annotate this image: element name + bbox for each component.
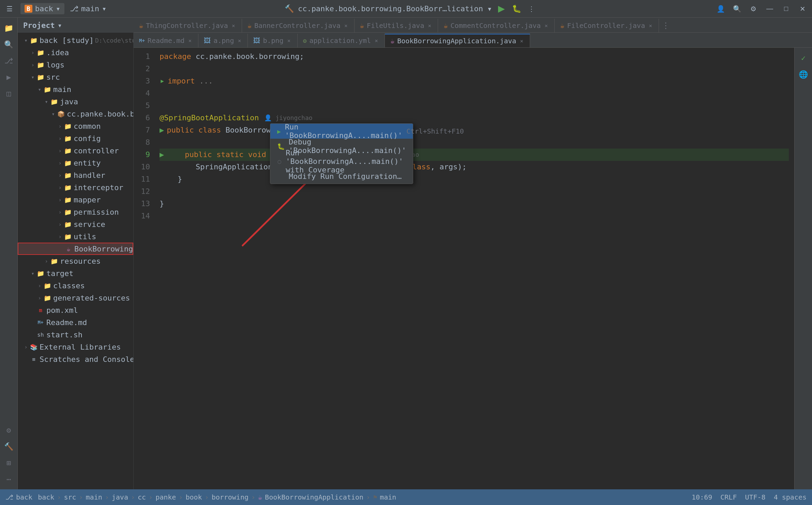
tree-item-entity[interactable]: › 📁 entity xyxy=(18,157,133,169)
tree-item-service[interactable]: › 📁 service xyxy=(18,218,133,230)
tree-label: java xyxy=(60,97,78,106)
tab-overflow-button[interactable]: ⋮ xyxy=(659,19,673,32)
status-right: 10:69 CRLF UTF-8 4 spaces xyxy=(692,493,807,501)
tree-item-controller[interactable]: › 📁 controller xyxy=(18,144,133,157)
minimize-button[interactable]: — xyxy=(764,3,775,14)
tree-item-target[interactable]: ▾ 📁 target xyxy=(18,267,133,279)
tab-close-icon[interactable]: × xyxy=(187,38,193,43)
indent-type[interactable]: 4 spaces xyxy=(774,493,807,501)
tab-close-icon[interactable]: × xyxy=(427,23,432,28)
activity-icon-more[interactable]: ⋯ xyxy=(1,472,16,487)
close-button[interactable]: ✕ xyxy=(797,3,808,14)
context-menu-item-run-cov[interactable]: ◌ Run 'BookBorrowingA....main()' with Co… xyxy=(270,154,413,169)
activity-icon-find[interactable]: 🔍 xyxy=(1,37,16,52)
tab-close-icon[interactable]: × xyxy=(237,38,242,43)
run-gutter-3: ▶ xyxy=(160,78,165,84)
tree-item-classes[interactable]: › 📁 classes xyxy=(18,279,133,292)
folder-icon: 📁 xyxy=(64,135,72,142)
tab-b-png[interactable]: 🖼 b.png × xyxy=(248,34,297,47)
tab-a-png[interactable]: 🖼 a.png × xyxy=(198,34,248,47)
editor-area: ☕ ThingController.java × ☕ BannerControl… xyxy=(134,18,812,489)
tab-ThingController[interactable]: ☕ ThingController.java × xyxy=(134,19,242,32)
tab-close-icon[interactable]: × xyxy=(519,38,524,44)
tab-close-icon[interactable]: × xyxy=(343,23,349,28)
world-icon[interactable]: 🌐 xyxy=(796,67,811,82)
activity-icon-run[interactable]: ▶ xyxy=(1,70,16,85)
tree-arrow: › xyxy=(37,295,42,301)
tab-BannerController[interactable]: ☕ BannerController.java × xyxy=(242,19,355,32)
tab-application-yml[interactable]: ⚙ application.yml × xyxy=(298,34,385,47)
tree-item-readme[interactable]: › M+ Readme.md xyxy=(18,316,133,328)
tree-item-idea[interactable]: › 📁 .idea xyxy=(18,46,133,59)
code-area[interactable]: package cc.panke.book.borrowing; ▶ impor… xyxy=(154,48,794,489)
activity-icon-terminal[interactable]: ⊞ xyxy=(1,455,16,470)
profile-button[interactable]: 👤 xyxy=(715,3,726,14)
code-line-12 xyxy=(160,185,789,198)
run-gutter-7[interactable]: ▶ xyxy=(160,124,164,136)
breadcrumb-class: BookBorrowingApplication xyxy=(265,493,363,501)
settings-button[interactable]: ⚙ xyxy=(748,3,759,14)
keyword: import xyxy=(168,75,199,87)
tree-item-start-sh[interactable]: › sh start.sh xyxy=(18,328,133,341)
tab-label: application.yml xyxy=(310,36,371,45)
maximize-button[interactable]: □ xyxy=(781,3,792,14)
tree-item-config[interactable]: › 📁 config xyxy=(18,132,133,144)
tab-close-icon[interactable]: × xyxy=(648,23,653,28)
tree-item-external-libs[interactable]: › 📚 External Libraries xyxy=(18,341,133,353)
tree-item-java[interactable]: ▾ 📁 java xyxy=(18,95,133,108)
debug-run-button[interactable]: 🐛 xyxy=(511,3,522,14)
line-num-1: 1 xyxy=(134,50,150,63)
tree-item-back-root[interactable]: ▾ 📁 back [study] D:\code\studio\book-bor xyxy=(18,34,133,46)
tree-item-resources[interactable]: › 📁 resources xyxy=(18,255,133,267)
tab-close-icon[interactable]: × xyxy=(374,38,379,43)
branch-selector[interactable]: ⎇ main ▾ xyxy=(70,4,106,13)
breadcrumb-java: java xyxy=(112,493,128,501)
more-actions-button[interactable]: ⋮ xyxy=(526,3,537,14)
tree-item-permission[interactable]: › 📁 permission xyxy=(18,206,133,218)
tree-item-package[interactable]: ▾ 📦 cc.panke.book.borrowing xyxy=(18,108,133,120)
tab-close-icon[interactable]: × xyxy=(231,23,236,28)
tree-item-interceptor[interactable]: › 📁 interceptor xyxy=(18,181,133,194)
line-num-10: 10 xyxy=(134,161,150,173)
tree-item-pom[interactable]: › m pom.xml xyxy=(18,304,133,316)
line-ending[interactable]: CRLF xyxy=(720,493,737,501)
activity-icon-project[interactable]: 📁 xyxy=(1,20,16,35)
tree-item-handler[interactable]: › 📁 handler xyxy=(18,169,133,181)
tree-item-bookborrowingapp[interactable]: › ☕ BookBorrowingApplication xyxy=(18,243,133,255)
tree-item-scratches[interactable]: › ≡ Scratches and Consoles xyxy=(18,353,133,365)
context-menu-item-run[interactable]: ▶ Run 'BookBorrowingA....main()' Ctrl+Sh… xyxy=(270,124,413,139)
status-branch[interactable]: ⎇ back xyxy=(5,493,32,501)
package-name: cc.panke.book.borrowing xyxy=(196,50,300,63)
encoding[interactable]: UTF-8 xyxy=(745,493,765,501)
tab-CommentController[interactable]: ☕ CommentController.java × xyxy=(438,19,555,32)
checkmark-icon[interactable]: ✓ xyxy=(796,50,811,65)
tab-Readme[interactable]: M+ Readme.md × xyxy=(134,34,198,47)
search-button[interactable]: 🔍 xyxy=(732,3,742,14)
tree-item-mapper[interactable]: › 📁 mapper xyxy=(18,194,133,206)
project-selector[interactable]: B back ▾ xyxy=(20,3,64,14)
run-gutter-9[interactable]: ▶ xyxy=(160,149,164,161)
activity-icon-git[interactable]: ⎇ xyxy=(1,53,16,68)
folder-icon: 📁 xyxy=(50,257,58,265)
sidebar-content[interactable]: ▾ 📁 back [study] D:\code\studio\book-bor… xyxy=(18,33,133,489)
tree-label: main xyxy=(53,85,71,94)
run-button[interactable]: ▶ xyxy=(496,3,507,14)
tab-FileController[interactable]: ☕ FileController.java × xyxy=(555,19,659,32)
activity-icon-structure[interactable]: ◫ xyxy=(1,86,16,101)
hamburger-button[interactable]: ☰ xyxy=(4,3,15,14)
activity-icon-settings2[interactable]: ⚙ xyxy=(1,423,16,438)
tab-close-icon[interactable]: × xyxy=(286,38,292,43)
tree-item-main[interactable]: ▾ 📁 main xyxy=(18,83,133,95)
tree-item-generated-sources[interactable]: › 📁 generated-sources xyxy=(18,292,133,304)
tab-BookBorrowingApplication[interactable]: ☕ BookBorrowingApplication.java × xyxy=(385,34,530,47)
cursor-position[interactable]: 10:69 xyxy=(692,493,712,501)
tree-item-utils[interactable]: › 📁 utils xyxy=(18,230,133,243)
tree-arrow: › xyxy=(57,123,63,129)
activity-icon-build[interactable]: 🔨 xyxy=(1,439,16,454)
tab-icon: ☕ xyxy=(390,37,394,45)
tree-item-common[interactable]: › 📁 common xyxy=(18,120,133,132)
tree-item-logs[interactable]: › 📁 logs xyxy=(18,59,133,71)
tab-FileUtils[interactable]: ☕ FileUtils.java × xyxy=(355,19,438,32)
tree-item-src[interactable]: ▾ 📁 src xyxy=(18,71,133,83)
tab-close-icon[interactable]: × xyxy=(543,23,549,28)
